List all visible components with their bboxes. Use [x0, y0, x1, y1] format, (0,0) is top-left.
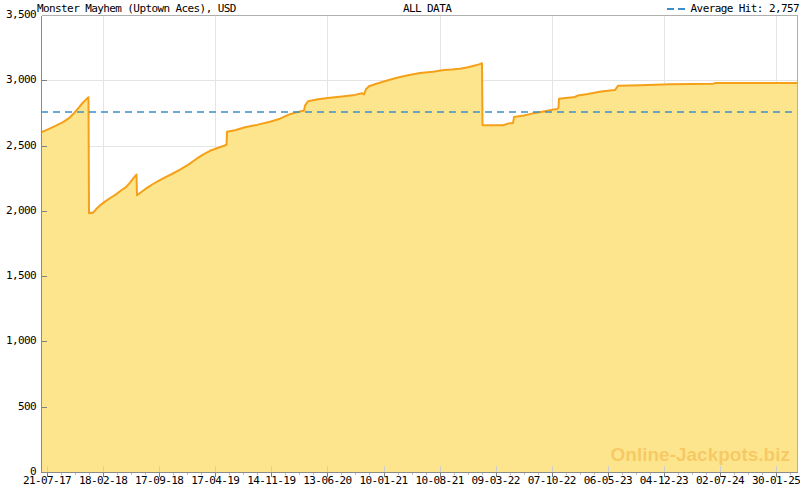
jackpot-chart: Monster Mayhem (Uptown Aces), USD ALL DA… — [0, 0, 800, 490]
y-axis-label: 500 — [0, 401, 36, 413]
x-axis-label: 07-10-22 — [522, 475, 582, 487]
y-axis-label: 1,500 — [0, 270, 36, 282]
x-axis-label: 14-11-19 — [241, 475, 301, 487]
legend-label: Average Hit: 2,757 — [691, 2, 799, 15]
watermark: Online-Jackpots.biz — [611, 444, 790, 466]
x-axis-label: 02-07-24 — [690, 475, 750, 487]
x-axis-label: 18-02-18 — [73, 475, 133, 487]
y-axis-label: 3,500 — [0, 9, 36, 21]
x-axis-label: 21-07-17 — [17, 475, 77, 487]
y-axis-label: 3,000 — [0, 74, 36, 86]
y-axis-label: 2,000 — [0, 205, 36, 217]
x-axis-label: 04-12-23 — [634, 475, 694, 487]
plot-canvas — [0, 0, 800, 490]
x-axis-label: 10-01-21 — [354, 475, 414, 487]
legend-average-hit: Average Hit: 2,757 — [667, 2, 799, 15]
x-axis-label: 30-01-25 — [746, 475, 800, 487]
data-range-label: ALL DATA — [403, 2, 451, 15]
chart-title: Monster Mayhem (Uptown Aces), USD — [37, 2, 236, 15]
y-axis-label: 1,000 — [0, 335, 36, 347]
x-axis-label: 06-05-23 — [578, 475, 638, 487]
jackpot-area-fill — [41, 63, 797, 472]
x-axis-label: 17-04-19 — [185, 475, 245, 487]
dashed-line-icon — [667, 8, 674, 10]
x-axis-label: 13-06-20 — [297, 475, 357, 487]
x-axis-label: 10-08-21 — [410, 475, 470, 487]
dashed-line-icon — [678, 8, 685, 10]
x-axis-label: 17-09-18 — [129, 475, 189, 487]
y-axis-label: 2,500 — [0, 140, 36, 152]
x-axis-label: 09-03-22 — [466, 475, 526, 487]
